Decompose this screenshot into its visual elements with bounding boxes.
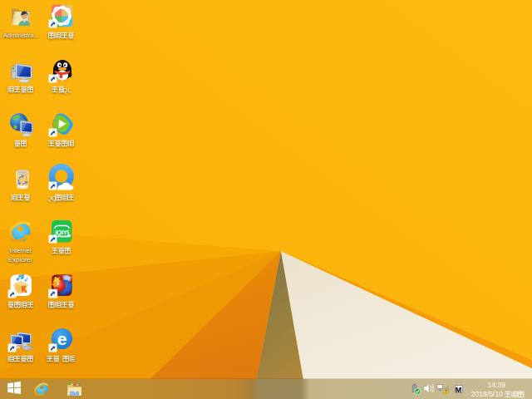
svg-text:iQIYI: iQIYI (55, 229, 68, 236)
svg-text:e: e (57, 329, 66, 348)
svg-text:QQ: QQ (62, 86, 71, 94)
